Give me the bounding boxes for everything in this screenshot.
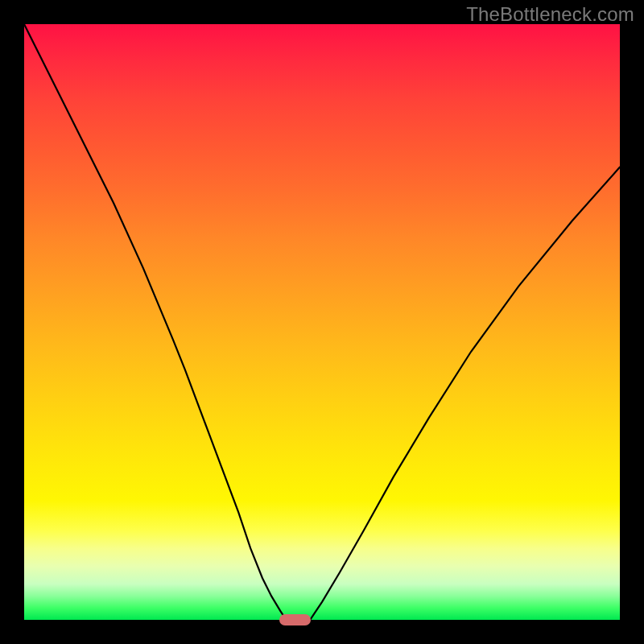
curve-left-branch — [24, 24, 287, 620]
watermark-text: TheBottleneck.com — [466, 3, 634, 26]
curve-right-branch — [310, 167, 620, 620]
optimum-marker — [279, 614, 310, 625]
plot-area — [24, 24, 620, 620]
chart-frame: TheBottleneck.com — [0, 0, 644, 644]
bottleneck-curve — [24, 24, 620, 620]
